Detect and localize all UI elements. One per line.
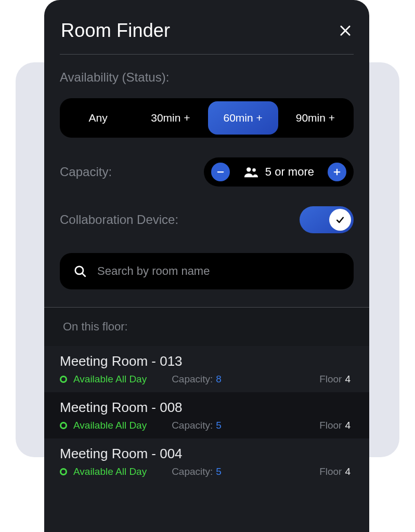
collab-label: Collaboration Device: [60,212,178,227]
toggle-knob [329,209,351,231]
room-status: Available All Day [73,420,172,431]
availability-option-90[interactable]: 90min + [280,101,351,135]
room-name: Meeting Room - 013 [60,353,354,369]
room-name: Meeting Room - 004 [60,446,354,462]
people-icon [243,166,258,178]
close-button[interactable] [338,23,353,38]
results-heading: On this floor: [44,308,369,346]
capacity-value: 5 or more [265,165,314,179]
minus-icon [216,167,225,177]
room-status: Available All Day [73,374,172,385]
svg-point-1 [252,168,256,172]
capacity-row: Capacity: 5 or more [60,157,354,187]
capacity-label: Capacity: [60,165,112,179]
capacity-stepper: 5 or more [204,157,354,187]
room-meta: Available All Day Capacity:5 Floor4 [60,420,354,431]
room-floor: 4 [345,466,351,477]
availability-option-any[interactable]: Any [63,101,133,135]
collab-row: Collaboration Device: [60,206,354,233]
room-floor: 4 [345,374,351,384]
room-name: Meeting Room - 008 [60,400,354,416]
capacity-display: 5 or more [239,165,318,179]
floor-label-text: Floor [319,374,342,384]
room-finder-panel: Room Finder Availability (Status): Any 3… [44,0,369,532]
floor-label-text: Floor [319,420,342,431]
capacity-label-text: Capacity: [172,420,213,431]
room-meta: Available All Day Capacity:5 Floor4 [60,466,354,477]
collab-toggle[interactable] [300,206,354,233]
search-field[interactable] [60,253,354,289]
panel-header: Room Finder [60,20,354,55]
availability-option-30[interactable]: 30min + [135,101,205,135]
room-capacity: 5 [216,466,222,477]
search-icon [73,264,87,278]
room-capacity: 5 [216,420,222,431]
panel-title: Room Finder [61,20,170,42]
room-status: Available All Day [73,466,172,477]
availability-option-60[interactable]: 60min + [208,101,278,135]
search-input[interactable] [97,264,340,278]
status-dot-icon [60,376,67,383]
room-item[interactable]: Meeting Room - 004 Available All Day Cap… [44,438,369,485]
room-item[interactable]: Meeting Room - 013 Available All Day Cap… [44,346,369,392]
room-item[interactable]: Meeting Room - 008 Available All Day Cap… [44,392,369,438]
plus-icon [332,167,342,177]
capacity-label-text: Capacity: [172,374,213,384]
availability-segmented: Any 30min + 60min + 90min + [60,98,354,138]
room-capacity: 8 [216,374,222,384]
floor-label-text: Floor [319,466,342,477]
status-dot-icon [60,468,67,475]
room-floor: 4 [345,420,351,431]
status-dot-icon [60,422,67,429]
svg-point-0 [247,167,251,171]
close-icon [338,23,353,38]
capacity-increase-button[interactable] [328,163,346,181]
capacity-decrease-button[interactable] [211,163,230,181]
availability-label: Availability (Status): [60,70,354,85]
capacity-label-text: Capacity: [172,466,213,477]
room-meta: Available All Day Capacity:8 Floor4 [60,374,354,385]
check-icon [335,215,345,225]
